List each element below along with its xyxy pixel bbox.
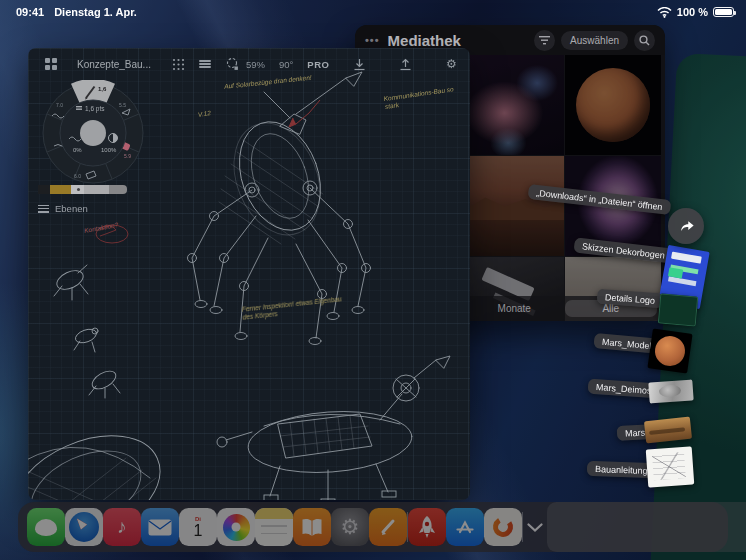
layers-icon bbox=[38, 203, 49, 214]
wifi-icon bbox=[657, 7, 672, 18]
mail-icon bbox=[141, 508, 179, 546]
calendar-weekday: Di bbox=[195, 516, 201, 522]
svg-text:1,6 pts: 1,6 pts bbox=[85, 105, 105, 113]
dock-app-library[interactable] bbox=[547, 502, 746, 552]
dock-app-mail[interactable] bbox=[141, 508, 179, 546]
svg-text:5.5: 5.5 bbox=[119, 102, 126, 108]
svg-text:100%: 100% bbox=[101, 147, 117, 153]
thumb-mars-deimos[interactable] bbox=[648, 379, 693, 403]
dock-app-music[interactable]: ♪ bbox=[103, 508, 141, 546]
more-button[interactable]: ••• bbox=[365, 34, 380, 46]
filter-button[interactable] bbox=[534, 30, 555, 51]
photos-icon bbox=[217, 508, 255, 546]
drag-label-bauanleitung[interactable]: Bauanleitung bbox=[587, 461, 656, 478]
battery-icon bbox=[713, 7, 734, 17]
select-button[interactable]: Auswählen bbox=[561, 31, 628, 50]
swatch-lightgray[interactable] bbox=[84, 185, 109, 194]
dock: ♪ Di 1 ⚙ bbox=[18, 502, 728, 552]
tool-wheel[interactable]: 1,6 7.0 5.5 5.9 6.0 1,6 pts bbox=[42, 80, 144, 184]
concepts-window: Konzepte_Bau... 59% 90° PRO ⚙ ? bbox=[28, 48, 470, 500]
dock-app-messages[interactable] bbox=[27, 508, 65, 546]
lasso-icon[interactable] bbox=[225, 56, 239, 72]
dock-app-concepts[interactable] bbox=[484, 508, 522, 546]
photo-mars-planet[interactable] bbox=[565, 55, 661, 155]
settings-gear-icon[interactable]: ⚙ bbox=[442, 56, 460, 72]
swatch-gold[interactable] bbox=[50, 185, 71, 194]
pages-icon bbox=[369, 508, 407, 546]
swatch-dark[interactable] bbox=[38, 185, 50, 194]
photo-mars-desert[interactable] bbox=[468, 156, 564, 256]
messages-icon bbox=[27, 508, 65, 546]
settings-icon: ⚙ bbox=[331, 508, 369, 546]
filter-icon bbox=[539, 36, 550, 45]
forward-arrow-icon bbox=[677, 217, 696, 236]
svg-text:6.0: 6.0 bbox=[74, 173, 81, 179]
dock-app-pages[interactable] bbox=[369, 508, 407, 546]
dock-app-calendar[interactable]: Di 1 bbox=[179, 508, 217, 546]
thumb-mars-model[interactable] bbox=[647, 328, 692, 373]
status-bar: 09:41 Dienstag 1. Apr. 100 % bbox=[0, 0, 746, 24]
rotation-angle[interactable]: 90° bbox=[279, 59, 293, 70]
dock-app-rocket[interactable] bbox=[408, 508, 446, 546]
safari-icon bbox=[65, 508, 103, 546]
dock-app-safari[interactable] bbox=[65, 508, 103, 546]
zoom-level[interactable]: 59% bbox=[246, 59, 265, 70]
rocket-icon bbox=[408, 508, 446, 546]
color-hub bbox=[80, 120, 106, 146]
tab-monate[interactable]: Monate bbox=[468, 303, 561, 314]
notes-icon bbox=[255, 508, 293, 546]
dots-grid-icon[interactable] bbox=[172, 56, 185, 72]
svg-text:1,6: 1,6 bbox=[98, 86, 107, 92]
svg-text:5.9: 5.9 bbox=[124, 153, 131, 159]
dock-app-appstore[interactable] bbox=[446, 508, 484, 546]
search-icon bbox=[639, 35, 650, 46]
import-icon[interactable] bbox=[350, 56, 368, 72]
date: Dienstag 1. Apr. bbox=[54, 6, 137, 18]
dock-app-settings[interactable]: ⚙ bbox=[331, 508, 369, 546]
svg-text:7.0: 7.0 bbox=[56, 102, 63, 108]
document-title[interactable]: Konzepte_Bau... bbox=[77, 59, 151, 70]
thumb-green-card[interactable] bbox=[658, 293, 698, 326]
dock-app-books[interactable] bbox=[293, 508, 331, 546]
screen: 09:41 Dienstag 1. Apr. 100 % ••• Mediath… bbox=[0, 0, 746, 560]
concepts-toolbar: Konzepte_Bau... 59% 90° PRO ⚙ ? bbox=[38, 54, 458, 74]
calendar-day: 1 bbox=[194, 523, 203, 539]
dock-collapse-chevron[interactable] bbox=[523, 515, 547, 539]
thumb-bauanleitung-page[interactable] bbox=[646, 446, 695, 487]
export-icon[interactable] bbox=[396, 56, 414, 72]
books-icon bbox=[293, 508, 331, 546]
dock-app-notes[interactable] bbox=[255, 508, 293, 546]
clock: 09:41 bbox=[16, 6, 44, 18]
calendar-icon: Di 1 bbox=[179, 508, 217, 546]
battery-percent: 100 % bbox=[677, 6, 708, 18]
gallery-icon[interactable] bbox=[45, 58, 57, 70]
svg-text:0%: 0% bbox=[73, 147, 82, 153]
swatch-gray[interactable] bbox=[109, 185, 127, 194]
music-icon: ♪ bbox=[103, 508, 141, 546]
search-button[interactable] bbox=[634, 30, 655, 51]
mediathek-title: Mediathek bbox=[388, 32, 461, 49]
concepts-app-icon bbox=[484, 508, 522, 546]
dock-app-photos[interactable] bbox=[217, 508, 255, 546]
app-store-icon bbox=[446, 508, 484, 546]
layers-panel-toggle[interactable]: Ebenen bbox=[38, 203, 88, 214]
share-forward-button[interactable] bbox=[668, 208, 704, 244]
pro-badge[interactable]: PRO bbox=[307, 59, 329, 70]
layers-stack-icon[interactable] bbox=[199, 56, 211, 72]
swatch-white[interactable] bbox=[71, 185, 84, 194]
layers-label: Ebenen bbox=[55, 203, 88, 214]
photo-nebula-horsehead[interactable] bbox=[468, 55, 564, 155]
color-swatch-bar[interactable] bbox=[38, 185, 127, 194]
